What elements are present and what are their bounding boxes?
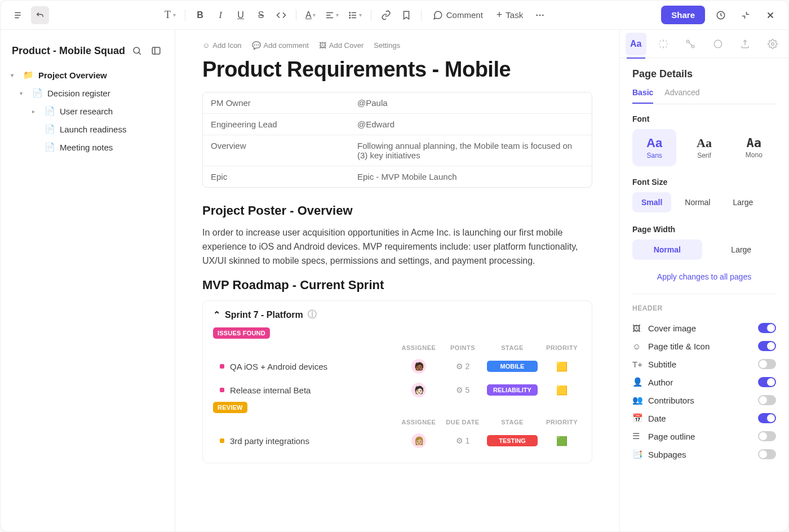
sidebar-item[interactable]: 📄Meeting notes — [6, 138, 169, 156]
panel-tab-relations[interactable] — [680, 33, 701, 55]
page-content: ☺ Add Icon 💬 Add comment 🖼 Add Cover Set… — [175, 30, 619, 531]
underline-button[interactable]: U — [232, 6, 250, 24]
close-icon[interactable] — [761, 6, 779, 24]
text-color-dropdown[interactable]: A▾ — [302, 6, 319, 24]
font-option[interactable]: AaSans — [632, 129, 676, 166]
add-comment-button[interactable]: 💬 Add comment — [252, 41, 309, 50]
list-dropdown[interactable]: ▾ — [344, 6, 365, 24]
svg-point-11 — [542, 14, 544, 16]
svg-point-23 — [772, 42, 774, 45]
task-row[interactable]: QA iOS + Android devices 🧑🏾 ⚙2 MOBILE 🟨 — [213, 354, 582, 378]
page-title: Product Requirements - Mobile — [202, 57, 592, 82]
bookmark-button[interactable] — [397, 6, 415, 24]
toggle-switch[interactable] — [758, 341, 776, 351]
collapse-icon[interactable] — [737, 6, 755, 24]
search-icon[interactable] — [130, 43, 144, 58]
task-row[interactable]: Release internal Beta 🧑🏻 ⚙5 RELIABILITY … — [213, 378, 582, 402]
sprint-title[interactable]: ⌃Sprint 7 - Platformⓘ — [213, 309, 582, 321]
more-icon[interactable] — [531, 6, 549, 24]
menu-icon[interactable] — [10, 6, 28, 24]
stage-pill: RELIABILITY — [487, 384, 538, 396]
task-row[interactable]: 3rd party integrations 👩🏼 ⚙1 TESTING 🟩 — [213, 429, 582, 453]
panel-tab-comments[interactable] — [708, 33, 729, 55]
status-badge: ISSUES FOUND — [213, 327, 270, 339]
toggle-switch[interactable] — [758, 359, 776, 369]
apply-all-link[interactable]: Apply changes to all pages — [632, 272, 776, 281]
text-style-dropdown[interactable]: T▾ — [161, 6, 179, 24]
panel-tab-export[interactable] — [735, 33, 756, 55]
toggle-switch[interactable] — [758, 323, 776, 333]
svg-point-22 — [714, 40, 722, 48]
svg-point-8 — [349, 17, 351, 18]
stage-pill: TESTING — [487, 435, 538, 446]
sidebar: Product - Mobile Squad ▾📁Project Overvie… — [1, 30, 175, 531]
font-size-option[interactable]: Small — [632, 192, 671, 212]
sidebar-item[interactable]: 📄Launch readiness — [6, 120, 169, 138]
font-option[interactable]: AaSerif — [682, 129, 726, 166]
right-panel: Aa Page Details Basic Advanced Font AaSa… — [619, 30, 788, 531]
avatar: 👩🏼 — [411, 433, 426, 448]
link-button[interactable] — [377, 6, 395, 24]
tab-advanced[interactable]: Advanced — [664, 88, 699, 104]
nav-tree: ▾📁Project Overview▾📄Decision register▸📄U… — [6, 66, 169, 156]
status-badge: REVIEW — [213, 402, 247, 413]
bold-button[interactable]: B — [191, 6, 209, 24]
avatar: 🧑🏻 — [411, 383, 426, 397]
page-width-option[interactable]: Normal — [632, 240, 702, 260]
page-settings-button[interactable]: Settings — [374, 41, 400, 50]
svg-point-10 — [539, 14, 541, 16]
app-window: T▾ B I U S A▾ ▾ ▾ Comment +Task Share — [0, 0, 789, 532]
code-button[interactable] — [272, 6, 290, 24]
avatar: 🧑🏾 — [411, 359, 426, 374]
svg-line-16 — [139, 52, 141, 55]
share-button[interactable]: Share — [661, 6, 705, 24]
add-icon-button[interactable]: ☺ Add Icon — [202, 41, 242, 50]
sidebar-item[interactable]: ▾📄Decision register — [6, 84, 169, 102]
toggle-switch[interactable] — [758, 395, 776, 405]
priority-flag: 🟨 — [542, 385, 582, 396]
toggle-switch[interactable] — [758, 377, 776, 387]
strike-button[interactable]: S — [252, 6, 270, 24]
panel-tab-settings[interactable] — [763, 33, 783, 55]
top-toolbar: T▾ B I U S A▾ ▾ ▾ Comment +Task Share — [1, 1, 788, 30]
priority-flag: 🟨 — [542, 361, 582, 372]
task-button[interactable]: +Task — [491, 6, 529, 24]
svg-point-9 — [537, 14, 538, 16]
toggle-switch[interactable] — [758, 431, 776, 441]
svg-rect-17 — [152, 47, 160, 54]
sidebar-title: Product - Mobile Squad — [12, 45, 125, 57]
toggle-switch[interactable] — [758, 449, 776, 459]
history-icon[interactable] — [712, 6, 730, 24]
toggle-switch[interactable] — [758, 413, 776, 423]
svg-point-6 — [349, 12, 351, 13]
svg-point-15 — [134, 47, 140, 54]
stage-pill: MOBILE — [487, 361, 538, 372]
svg-line-21 — [689, 42, 692, 46]
font-size-option[interactable]: Normal — [676, 192, 719, 212]
page-width-option[interactable]: Large — [707, 240, 777, 260]
priority-flag: 🟩 — [542, 436, 582, 446]
panel-title: Page Details — [632, 68, 776, 80]
panel-tab-style[interactable]: Aa — [626, 33, 646, 55]
sidebar-item[interactable]: ▾📁Project Overview — [6, 66, 169, 84]
font-option[interactable]: AaMono — [732, 129, 776, 166]
italic-button[interactable]: I — [211, 6, 229, 24]
comment-button[interactable]: Comment — [427, 7, 489, 24]
add-cover-button[interactable]: 🖼 Add Cover — [319, 41, 364, 50]
undo-icon[interactable] — [31, 6, 49, 24]
roadmap-heading: MVP Roadmap - Current Sprint — [202, 278, 592, 292]
align-dropdown[interactable]: ▾ — [321, 6, 342, 24]
svg-point-7 — [349, 15, 351, 16]
panel-tab-ai[interactable] — [653, 33, 674, 55]
font-size-option[interactable]: Large — [724, 192, 762, 212]
info-table: PM Owner@PaulaEngineering Lead@EdwardOve… — [202, 92, 592, 188]
tab-basic[interactable]: Basic — [632, 88, 653, 104]
sprint-card: ⌃Sprint 7 - Platformⓘ ISSUES FOUNDASSIGN… — [202, 300, 592, 463]
sidebar-item[interactable]: ▸📄User research — [6, 102, 169, 120]
poster-body: In order to increase user acquisition op… — [202, 226, 592, 268]
poster-heading: Project Poster - Overview — [202, 203, 592, 218]
sidebar-toggle-icon[interactable] — [149, 43, 163, 58]
